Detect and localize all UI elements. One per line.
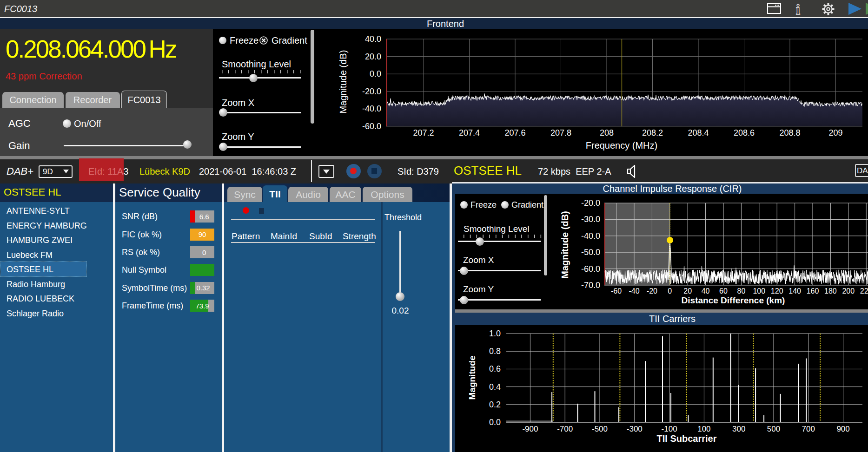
svg-text:208: 208: [600, 128, 614, 138]
svg-text:-300: -300: [627, 425, 643, 433]
svg-text:208.6: 208.6: [734, 128, 755, 138]
svg-text:100: 100: [697, 425, 710, 433]
svg-text:-60: -60: [611, 287, 622, 295]
svg-text:40: 40: [702, 287, 710, 295]
svg-text:140: 140: [788, 287, 801, 295]
svg-text:40.0: 40.0: [365, 34, 381, 44]
svg-text:0: 0: [668, 287, 672, 295]
svg-text:Magnitude: Magnitude: [467, 356, 477, 400]
svg-text:-60.0: -60.0: [581, 264, 600, 274]
svg-text:Distance Difference (km): Distance Difference (km): [682, 295, 785, 305]
svg-text:Magnitude (dB): Magnitude (dB): [560, 211, 570, 279]
svg-text:-40: -40: [629, 287, 639, 295]
svg-text:-20: -20: [647, 287, 657, 295]
svg-text:208.4: 208.4: [688, 128, 709, 138]
svg-text:207.8: 207.8: [550, 128, 571, 138]
svg-text:208.2: 208.2: [642, 128, 663, 138]
svg-text:-40.0: -40.0: [581, 231, 600, 241]
svg-text:TII Subcarrier: TII Subcarrier: [657, 433, 717, 444]
svg-text:160: 160: [807, 287, 819, 295]
svg-text:1.0: 1.0: [489, 329, 501, 338]
svg-text:207.6: 207.6: [504, 128, 525, 138]
svg-text:900: 900: [836, 425, 849, 433]
svg-text:20: 20: [683, 287, 692, 295]
svg-text:-20.0: -20.0: [581, 198, 600, 208]
svg-text:-50.0: -50.0: [581, 248, 600, 257]
svg-text:220: 220: [860, 287, 868, 295]
svg-text:-500: -500: [592, 425, 608, 433]
svg-text:-20.0: -20.0: [362, 87, 381, 96]
svg-text:Magnitude (dB): Magnitude (dB): [338, 50, 348, 114]
svg-text:-30.0: -30.0: [581, 215, 600, 224]
svg-text:0.4: 0.4: [489, 382, 501, 392]
svg-text:180: 180: [824, 287, 837, 295]
svg-text:207.2: 207.2: [413, 128, 434, 138]
svg-text:Frequency (MHz): Frequency (MHz): [586, 140, 657, 151]
svg-text:0.8: 0.8: [489, 347, 501, 356]
svg-text:60: 60: [719, 287, 728, 295]
svg-text:500: 500: [767, 425, 780, 433]
svg-text:100: 100: [753, 287, 765, 295]
svg-text:200: 200: [842, 287, 855, 295]
svg-text:-900: -900: [522, 425, 538, 433]
svg-text:-700: -700: [557, 425, 573, 433]
svg-text:-70.0: -70.0: [581, 281, 600, 290]
svg-text:-100: -100: [662, 425, 677, 433]
svg-text:20.0: 20.0: [365, 52, 381, 61]
svg-text:207.4: 207.4: [459, 128, 480, 138]
svg-text:80: 80: [737, 287, 746, 295]
svg-text:700: 700: [802, 425, 815, 433]
svg-text:209: 209: [828, 128, 842, 138]
svg-text:0.2: 0.2: [489, 400, 501, 409]
svg-text:208.8: 208.8: [779, 128, 800, 138]
svg-text:0.6: 0.6: [489, 364, 501, 373]
svg-text:-40.0: -40.0: [362, 104, 381, 113]
svg-text:300: 300: [732, 425, 745, 433]
svg-text:0.0: 0.0: [370, 69, 381, 79]
svg-text:120: 120: [771, 287, 783, 295]
svg-text:0.0: 0.0: [489, 418, 501, 427]
svg-text:-60.0: -60.0: [362, 122, 381, 131]
